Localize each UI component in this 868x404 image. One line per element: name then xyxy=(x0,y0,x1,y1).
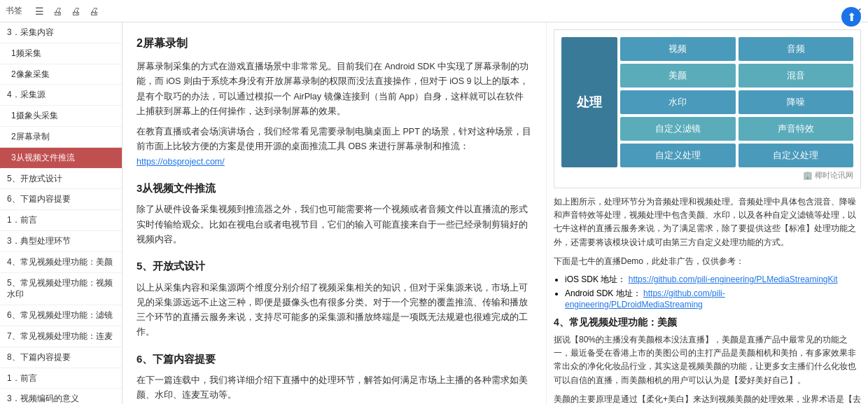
float-button[interactable]: ⬆ xyxy=(841,7,861,27)
diagram-cell-soundfx: 声音特效 xyxy=(738,117,854,141)
sidebar: 3．采集内容1频采集2像象采集4．采集源1摄象头采集2屏幕录制3从视频文件推流5… xyxy=(0,22,122,404)
sidebar-item-8[interactable]: 6、下篇内容提要 xyxy=(0,189,122,210)
top-bar: 书签 ☰ 🖨 🖨 🖨 ✕ xyxy=(0,0,868,22)
diagram-cell-audio: 音频 xyxy=(738,37,854,61)
watermark: 🏢 椰时论讯网 xyxy=(561,170,853,181)
section4-text2: 美颜的主要原理是通过【柔化+美白】来达到视频美颜的处理效果，业界术语是【去皱】，… xyxy=(554,393,861,404)
sidebar-item-14[interactable]: 7、常见视频处理功能：连麦 xyxy=(0,326,122,347)
section4-title: 4、常见视频处理功能：美颜 xyxy=(554,316,861,329)
section3-text: 除了从硬件设备采集视频到推流器之外，我们也可能需要将一个视频或者音频文件以直播流… xyxy=(136,202,532,247)
diagram-cell-custom2: 自定义处理 xyxy=(738,144,854,167)
diagram-cell-filter: 自定义滤镜 xyxy=(620,117,736,141)
main-container: 3．采集内容1频采集2像象采集4．采集源1摄象头采集2屏幕录制3从视频文件推流5… xyxy=(0,22,868,404)
diagram-grid: 处理 视频 音频 美颜 混音 水印 降噪 自定义滤镜 声音特效 自定义处理 自定… xyxy=(561,37,853,167)
ios-sdk-link[interactable]: https://github.com/pili-engineering/PLMe… xyxy=(629,274,838,284)
obs-link[interactable]: https://obsproject.com/ xyxy=(136,157,225,167)
diagram-container: 处理 视频 音频 美颜 混音 水印 降噪 自定义滤镜 声音特效 自定义处理 自定… xyxy=(554,29,861,188)
diagram-cell-watermark: 水印 xyxy=(620,90,736,114)
ios-sdk-label: iOS SDK 地址： xyxy=(565,274,626,284)
right-desc1: 如上图所示，处理环节分为音频处理和视频处理。音频处理中具体包含混音、降噪和声音特… xyxy=(554,195,861,249)
content-area: 2屏幕录制 屏幕录制采集的方式在游戏直播场景中非常常见。目前我们在 Androi… xyxy=(122,22,868,404)
sidebar-item-7[interactable]: 5、开放式设计 xyxy=(0,169,122,190)
sidebar-item-2[interactable]: 2像象采集 xyxy=(0,64,122,85)
section6-title: 6、下篇内容提要 xyxy=(136,350,532,368)
sidebar-item-3[interactable]: 4．采集源 xyxy=(0,85,122,106)
right-desc2: 下面是七牛的直播Demo，此处非广告，仅供参考： xyxy=(554,255,861,268)
section4-text: 据说【80%的主播没有美颜根本没法直播】，美颜是直播产品中最常见的功能之一，最近… xyxy=(554,333,861,387)
sidebar-item-17[interactable]: 3．视频编码的意义 xyxy=(0,389,122,404)
sidebar-item-6[interactable]: 3从视频文件推流 xyxy=(0,148,122,169)
menu-icon[interactable]: ☰ xyxy=(32,4,46,18)
android-sdk-link-item: Android SDK 地址： https://github.com/pili-… xyxy=(565,288,861,309)
diagram-side-label: 处理 xyxy=(561,37,617,167)
sidebar-item-13[interactable]: 6、常见视频处理功能：滤镜 xyxy=(0,305,122,326)
sidebar-item-15[interactable]: 8、下篇内容提要 xyxy=(0,347,122,368)
watermark-logo: 🏢 椰时论讯网 xyxy=(803,170,853,181)
print-icon-3[interactable]: 🖨 xyxy=(87,4,101,18)
print-icon-1[interactable]: 🖨 xyxy=(50,4,64,18)
sidebar-item-9[interactable]: 1．前言 xyxy=(0,210,122,231)
section2-text2: 在教育直播或者会场演讲场合，我们经常看见需要录制电脑桌面上 PPT 的场景，针对… xyxy=(136,125,532,169)
sidebar-item-5[interactable]: 2屏幕录制 xyxy=(0,127,122,148)
right-links-list: iOS SDK 地址： https://github.com/pili-engi… xyxy=(565,274,861,309)
print-icon-2[interactable]: 🖨 xyxy=(69,4,83,18)
section5-text: 以上从采集内容和采集源两个维度分别介绍了视频采集相关的知识，但对于采集源来说，市… xyxy=(136,281,532,340)
diagram-cell-denoise: 降噪 xyxy=(738,90,854,114)
sidebar-item-11[interactable]: 4、常见视频处理功能：美颜 xyxy=(0,252,122,273)
sidebar-item-10[interactable]: 3．典型处理环节 xyxy=(0,231,122,252)
section6-text: 在下一篇连载中，我们将详细介绍下直播中的处理环节，解答如何满足市场上主播的各种需… xyxy=(136,373,532,403)
sidebar-item-12[interactable]: 5、常见视频处理功能：视频水印 xyxy=(0,273,122,306)
sidebar-item-16[interactable]: 1．前言 xyxy=(0,368,122,389)
android-sdk-label: Android SDK 地址： xyxy=(565,288,641,298)
diagram-cell-mix: 混音 xyxy=(738,64,854,88)
ios-sdk-link-item: iOS SDK 地址： https://github.com/pili-engi… xyxy=(565,274,861,286)
diagram-cell-beauty: 美颜 xyxy=(620,64,736,88)
section5-title: 5、开放式设计 xyxy=(136,257,532,275)
section2-text1: 屏幕录制采集的方式在游戏直播场景中非常常见。目前我们在 Android SDK … xyxy=(136,60,532,119)
main-content: 2屏幕录制 屏幕录制采集的方式在游戏直播场景中非常常见。目前我们在 Androi… xyxy=(122,22,546,404)
sidebar-item-4[interactable]: 1摄象头采集 xyxy=(0,106,122,127)
section3-title: 3从视频文件推流 xyxy=(136,179,532,197)
right-panel: 处理 视频 音频 美颜 混音 水印 降噪 自定义滤镜 声音特效 自定义处理 自定… xyxy=(546,22,868,404)
diagram-cell-custom1: 自定义处理 xyxy=(620,144,736,167)
diagram-cell-video: 视频 xyxy=(620,37,736,61)
top-bar-label: 书签 xyxy=(6,5,22,17)
sidebar-item-0[interactable]: 3．采集内容 xyxy=(0,22,122,43)
sidebar-item-1[interactable]: 1频采集 xyxy=(0,43,122,64)
top-bar-icons: ☰ 🖨 🖨 🖨 xyxy=(32,4,101,18)
section2-title: 2屏幕录制 xyxy=(136,34,532,53)
